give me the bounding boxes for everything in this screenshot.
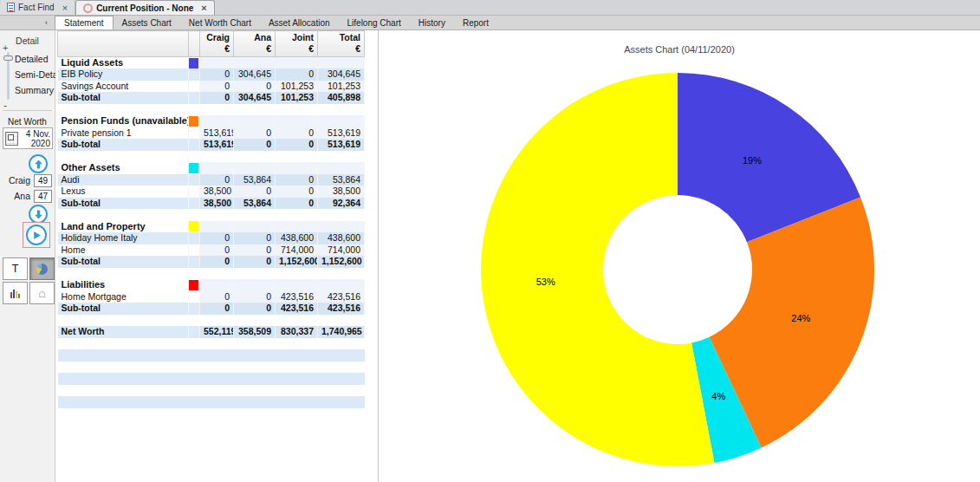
header-label-cell [58, 31, 189, 57]
chart-panel: Assets Chart (04/11/2020) 19%24%4%53% [379, 30, 980, 482]
tab-statement[interactable]: Statement [55, 16, 114, 29]
bar-chart-view-button[interactable] [3, 282, 28, 304]
category-color-swatch [189, 58, 198, 68]
sidebar: Detail + - DetailedSemi-DetailSummary Ne… [0, 30, 55, 482]
subtotal-row[interactable]: Sub-total513,61900513,619 [58, 139, 365, 151]
tab-fact-find-label: Fact Find [18, 3, 55, 12]
tab-asset-allocation[interactable]: Asset Allocation [260, 16, 339, 29]
asset-row[interactable]: Savings Account00101,253101,253 [58, 81, 365, 93]
close-icon[interactable]: × [62, 3, 68, 13]
tab-fact-find[interactable]: Fact Find × [0, 0, 75, 15]
column-header-ana: Ana€ [234, 31, 276, 57]
current-position-ring-icon [83, 3, 93, 13]
column-header-total: Total€ [318, 31, 365, 57]
tab-report[interactable]: Report [454, 16, 497, 29]
section-row[interactable]: Other Assets [58, 162, 365, 174]
up-arrow-icon [34, 160, 43, 169]
slice-percent-label: 24% [791, 313, 810, 323]
client-name: Ana [14, 191, 30, 201]
asset-row[interactable]: Home00714,000714,000 [58, 244, 365, 257]
asset-row[interactable]: Home Mortgage00423,516423,516 [58, 291, 365, 303]
slice-percent-label: 4% [711, 391, 725, 401]
category-color-swatch [189, 280, 198, 290]
client-name: Craig [9, 175, 30, 186]
client-ages: Craig49Ana47 [0, 173, 52, 204]
subtotal-row[interactable]: Sub-total00423,516423,516 [58, 303, 365, 315]
empty-row [58, 373, 365, 385]
section-row[interactable]: Liquid Assets [58, 57, 365, 69]
age-field-craig[interactable]: 49 [34, 174, 52, 187]
window-tab-bar: Fact Find × Current Position - None × [0, 0, 980, 16]
pie-chart-icon [36, 264, 48, 275]
asset-row[interactable]: Lexus38,5000038,500 [58, 186, 365, 198]
step-year-down-button[interactable] [29, 205, 48, 224]
tab-assets-chart[interactable]: Assets Chart [114, 16, 180, 29]
header-swatch-cell [189, 31, 200, 57]
age-field-ana[interactable]: 47 [34, 190, 52, 203]
house-icon: ⌂ [38, 287, 45, 299]
age-row-ana: Ana47 [0, 188, 52, 204]
empty-row [58, 396, 365, 408]
view-tab-bar: ‹ StatementAssets ChartNet Worth ChartAs… [0, 16, 980, 30]
spacer-row [58, 268, 365, 280]
section-row[interactable]: Land and Property [58, 221, 365, 233]
statement-table: Craig€Ana€Joint€Total€ Liquid AssetsEIB … [57, 30, 365, 408]
statement-header-row: Craig€Ana€Joint€Total€ [58, 31, 365, 57]
networth-row[interactable]: Net Worth552,119358,509830,3371,740,965 [58, 326, 365, 338]
empty-row [58, 338, 365, 350]
empty-row [58, 362, 365, 374]
asset-row[interactable]: Holiday Home Italy00438,600438,600 [58, 232, 365, 244]
pie-chart-view-button[interactable] [29, 257, 55, 280]
category-color-swatch [189, 116, 198, 127]
subtotal-row[interactable]: Sub-total0304,645101,253405,898 [58, 92, 365, 104]
fact-find-document-icon [7, 3, 15, 12]
column-header-craig: Craig€ [200, 31, 234, 57]
statement-panel: Craig€Ana€Joint€Total€ Liquid AssetsEIB … [55, 30, 379, 482]
detail-label: Detail [0, 36, 55, 46]
subtotal-row[interactable]: Sub-total001,152,6001,152,600 [58, 256, 365, 268]
tab-current-position[interactable]: Current Position - None × [75, 0, 215, 15]
tab-current-position-label: Current Position - None [96, 3, 193, 13]
section-row[interactable]: Pension Funds (unavailable) [58, 115, 365, 127]
net-worth-date-value: 4 Nov. 2020 [20, 129, 50, 148]
step-year-up-button[interactable] [29, 154, 48, 173]
tab-lifelong-chart[interactable]: Lifelong Chart [339, 16, 410, 29]
view-tabs: StatementAssets ChartNet Worth ChartAsse… [55, 16, 497, 29]
empty-row [58, 349, 365, 362]
column-header-joint: Joint€ [276, 31, 318, 57]
section-row[interactable]: Liabilities [58, 279, 365, 291]
assets-donut-chart: 19%24%4%53% [379, 30, 979, 482]
tab-history[interactable]: History [410, 16, 454, 29]
slice-percent-label: 53% [536, 277, 555, 287]
text-view-button[interactable]: T [3, 257, 28, 280]
empty-row [58, 385, 365, 397]
play-icon [32, 231, 42, 240]
app-window: Fact Find × Current Position - None × ‹ … [0, 0, 980, 482]
chevron-left-icon[interactable]: ‹ [45, 18, 48, 27]
subtotal-row[interactable]: Sub-total38,50053,864092,364 [58, 198, 365, 210]
close-icon[interactable]: × [201, 3, 206, 13]
category-color-swatch [189, 163, 198, 173]
asset-row[interactable]: Private pension 1513,61900513,619 [58, 127, 365, 140]
down-arrow-icon [34, 210, 43, 219]
asset-row[interactable]: EIB Policy0304,6450304,645 [58, 68, 365, 81]
spacer-row [58, 315, 365, 327]
slice-percent-label: 19% [743, 155, 762, 166]
calendar-icon [5, 132, 18, 146]
property-view-button[interactable]: ⌂ [29, 282, 55, 304]
bar-chart-icon [10, 288, 20, 298]
sidebar-divider [3, 110, 52, 111]
play-button[interactable] [26, 225, 47, 245]
spacer-row [58, 151, 365, 163]
view-mode-buttons: T⌂ [3, 257, 55, 304]
asset-row[interactable]: Audi053,864053,864 [58, 174, 365, 186]
detail-slider-handle[interactable] [3, 55, 13, 61]
play-button-frame [23, 222, 50, 248]
spacer-row [58, 104, 365, 116]
spacer-row [58, 209, 365, 221]
net-worth-date-picker[interactable]: 4 Nov. 2020 [3, 127, 53, 149]
category-color-swatch [189, 221, 198, 231]
tab-net-worth-chart[interactable]: Net Worth Chart [180, 16, 260, 29]
age-row-craig: Craig49 [0, 173, 52, 188]
